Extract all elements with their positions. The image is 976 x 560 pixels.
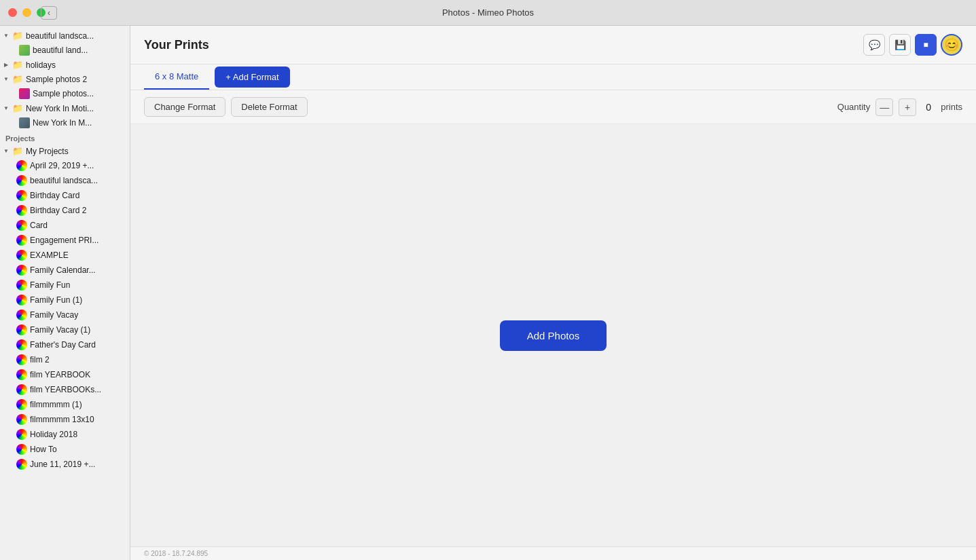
sidebar-item-label: Holiday 2018: [30, 430, 77, 439]
back-button[interactable]: ‹: [41, 6, 57, 20]
quantity-label: Quantity: [837, 102, 870, 112]
folder-icon: 📁: [12, 74, 23, 84]
sidebar-item-beautiful-landsca-project[interactable]: beautiful landsca...: [0, 173, 130, 188]
sidebar-item-label: beautiful land...: [33, 45, 88, 55]
sidebar-item-holidays[interactable]: ▶ 📁 holidays: [0, 58, 130, 72]
change-format-button[interactable]: Change Format: [144, 97, 225, 117]
folder-icon: 📁: [12, 146, 23, 156]
main-layout: ▼ 📁 beautiful landsca... beautiful land.…: [0, 26, 976, 560]
sidebar-item-family-calendar[interactable]: Family Calendar...: [0, 263, 130, 278]
project-icon: [16, 160, 27, 171]
minimize-button[interactable]: [22, 8, 31, 17]
sidebar-item-family-fun[interactable]: Family Fun: [0, 278, 130, 293]
sidebar-item-filmmmmm-1[interactable]: filmmmmm (1): [0, 397, 130, 412]
chat-button[interactable]: 💬: [863, 34, 885, 56]
sidebar-item-my-projects[interactable]: ▼ 📁 My Projects: [0, 144, 130, 158]
sidebar-item-label: June 11, 2019 +...: [30, 460, 95, 469]
sidebar-item-film-2[interactable]: film 2: [0, 352, 130, 367]
folder-icon: 📁: [12, 31, 23, 41]
sidebar-item-june-2019[interactable]: June 11, 2019 +...: [0, 457, 130, 472]
active-button[interactable]: ■: [915, 34, 937, 56]
project-icon: [16, 250, 27, 261]
tabs-bar: 6 x 8 Matte + Add Format: [130, 64, 976, 90]
sidebar-item-beautiful-land[interactable]: beautiful land...: [0, 43, 130, 58]
sidebar-item-card[interactable]: Card: [0, 218, 130, 233]
add-photos-button[interactable]: Add Photos: [500, 320, 607, 351]
chevron-down-icon: ▼: [3, 105, 10, 111]
toolbar-right: Quantity—+0prints: [837, 98, 962, 116]
sidebar-item-april-2019[interactable]: April 29, 2019 +...: [0, 158, 130, 173]
sidebar-item-birthday-card[interactable]: Birthday Card: [0, 188, 130, 203]
quantity-increase-button[interactable]: +: [899, 98, 916, 116]
sidebar-item-family-vacay[interactable]: Family Vacay: [0, 307, 130, 322]
sidebar-item-label: Family Vacay: [30, 310, 78, 320]
sidebar-item-birthday-card-2[interactable]: Birthday Card 2: [0, 203, 130, 218]
sidebar-item-label: Father's Day Card: [30, 340, 96, 350]
sidebar-item-beautiful-landsca[interactable]: ▼ 📁 beautiful landsca...: [0, 29, 130, 43]
sidebar-item-family-fun-1[interactable]: Family Fun (1): [0, 293, 130, 307]
project-icon: [16, 190, 27, 201]
project-icon: [16, 280, 27, 291]
save-icon: 💾: [894, 39, 906, 50]
project-icon: [16, 384, 27, 395]
project-icon: [16, 220, 27, 231]
toolbar: Change Format Delete Format Quantity—+0p…: [130, 90, 976, 124]
copyright-text: © 2018 - 18.7.24.895: [144, 550, 208, 557]
chat-icon: 💬: [869, 39, 880, 50]
project-icon: [16, 429, 27, 440]
project-icon: [16, 205, 27, 216]
projects-section-label: Projects: [0, 130, 130, 144]
delete-format-button[interactable]: Delete Format: [231, 97, 307, 117]
sidebar-item-label: Sample photos 2: [26, 75, 87, 84]
sidebar-item-new-york-m[interactable]: New York In M...: [0, 115, 130, 130]
sidebar-item-label: beautiful landsca...: [30, 176, 98, 185]
avatar-button[interactable]: 😊: [941, 34, 962, 56]
sidebar-item-label: My Projects: [26, 147, 69, 156]
thumbnail-icon: [19, 45, 30, 56]
add-format-button[interactable]: + Add Format: [215, 67, 289, 88]
sidebar-item-holiday-2018[interactable]: Holiday 2018: [0, 427, 130, 442]
tab-6x8-matte[interactable]: 6 x 8 Matte: [144, 64, 209, 90]
window-controls: [8, 8, 46, 17]
sidebar-item-label: Family Fun: [30, 280, 70, 290]
thumbnail-icon: [19, 88, 30, 99]
sidebar-item-label: New York In Moti...: [26, 104, 94, 113]
save-button[interactable]: 💾: [889, 34, 911, 56]
quantity-decrease-button[interactable]: —: [875, 98, 893, 116]
sidebar-item-family-vacay-1[interactable]: Family Vacay (1): [0, 322, 130, 337]
sidebar-item-label: Card: [30, 221, 48, 230]
chevron-down-icon: ▼: [3, 33, 10, 39]
sidebar-item-sample-photos[interactable]: Sample photos...: [0, 86, 130, 101]
chevron-down-icon: ▼: [3, 76, 10, 82]
sidebar-item-label: film 2: [30, 355, 50, 365]
sidebar-item-label: Family Fun (1): [30, 295, 82, 305]
thumbnail-icon: [19, 117, 30, 128]
content-body: Add Photos: [130, 124, 976, 546]
sidebar-item-label: Family Vacay (1): [30, 325, 90, 335]
close-button[interactable]: [8, 8, 17, 17]
sidebar-item-example[interactable]: EXAMPLE: [0, 248, 130, 263]
sidebar-item-label: filmmmmm 13x10: [30, 415, 94, 424]
active-icon: ■: [923, 40, 928, 50]
sidebar-item-new-york[interactable]: ▼ 📁 New York In Moti...: [0, 101, 130, 115]
sidebar-item-film-yearbooks[interactable]: film YEARBOOKs...: [0, 382, 130, 397]
sidebar-item-film-yearbook[interactable]: film YEARBOOK: [0, 367, 130, 382]
project-icon: [16, 310, 27, 320]
sidebar-item-sample-photos-2[interactable]: ▼ 📁 Sample photos 2: [0, 72, 130, 86]
sidebar-item-label: How To: [30, 445, 57, 454]
avatar: 😊: [944, 37, 959, 52]
chevron-down-icon: ▼: [3, 148, 10, 154]
header-actions: 💬 💾 ■ 😊: [863, 34, 962, 56]
sidebar-item-label: film YEARBOOK: [30, 370, 90, 379]
folder-icon: 📁: [12, 60, 23, 70]
sidebar-item-filmmmmm-13x10[interactable]: filmmmmm 13x10: [0, 412, 130, 427]
project-icon: [16, 339, 27, 350]
sidebar-item-how-to[interactable]: How To: [0, 442, 130, 457]
sidebar-item-engagement[interactable]: Engagement PRI...: [0, 233, 130, 248]
sidebar-item-label: Birthday Card 2: [30, 206, 86, 215]
sidebar-item-fathers-day[interactable]: Father's Day Card: [0, 337, 130, 352]
sidebar-item-label: New York In M...: [33, 118, 92, 128]
sidebar-item-label: Sample photos...: [33, 89, 94, 98]
project-icon: [16, 369, 27, 380]
content-area: Your Prints 💬 💾 ■ 😊 6 x 8 Matte + Add Fo…: [130, 26, 976, 560]
